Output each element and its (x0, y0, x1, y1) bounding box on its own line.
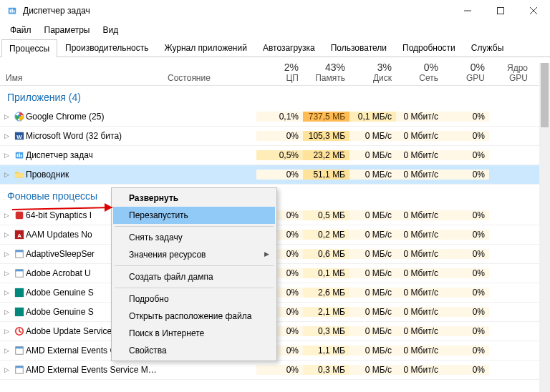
ctx-create-dump[interactable]: Создать файл дампа (113, 268, 275, 285)
expand-icon[interactable]: ▷ (0, 212, 13, 219)
ctx-resource-values[interactable]: Значения ресурсов▶ (113, 246, 275, 263)
network-cell: 0 Мбит/с (396, 131, 443, 141)
process-icon (13, 170, 26, 180)
expand-icon[interactable]: ▷ (0, 231, 13, 238)
process-row[interactable]: ▷ Диспетчер задач 0,5% 23,2 МБ 0 МБ/с 0 … (0, 146, 550, 165)
scroll-thumb[interactable] (541, 63, 549, 127)
ctx-restart[interactable]: Перезапустить (113, 207, 275, 224)
expand-icon[interactable]: ▷ (0, 366, 13, 373)
tab-strip: Процессы Производительность Журнал прило… (0, 39, 550, 57)
header-memory[interactable]: 43%Память (303, 59, 349, 85)
ctx-separator (115, 288, 274, 288)
header-gpu-engine[interactable]: Ядро GPU (489, 61, 532, 85)
memory-cell: 2,6 МБ (303, 288, 349, 298)
gpu-cell: 0% (443, 249, 489, 259)
svg-rect-2 (11, 9, 13, 12)
ctx-separator (115, 226, 274, 227)
tab-performance[interactable]: Производительность (57, 39, 156, 57)
svg-rect-28 (16, 347, 24, 349)
gpu-cell: 0% (443, 268, 489, 278)
ctx-end-task[interactable]: Снять задачу (113, 229, 275, 246)
process-icon: A (13, 230, 26, 240)
disk-cell: 0 МБ/с (349, 131, 396, 141)
vertical-scrollbar[interactable] (539, 63, 550, 392)
header-gpu[interactable]: 0%GPU (443, 59, 489, 85)
tab-services[interactable]: Службы (463, 39, 511, 57)
gpu-cell: 0% (443, 346, 489, 356)
network-cell: 0 Мбит/с (396, 230, 443, 240)
disk-cell: 0 МБ/с (349, 210, 396, 220)
header-network[interactable]: 0%Сеть (396, 59, 443, 85)
close-button[interactable] (517, 0, 550, 21)
cpu-cell: 0% (256, 365, 303, 375)
expand-icon[interactable]: ▷ (0, 270, 13, 277)
disk-cell: 0 МБ/с (349, 365, 396, 375)
process-row[interactable]: ▷ Google Chrome (25) 0,1% 737,5 МБ 0,1 М… (0, 107, 550, 127)
gpu-cell: 0% (443, 365, 489, 375)
ctx-properties[interactable]: Свойства (113, 342, 275, 359)
app-icon (6, 6, 19, 16)
tab-startup[interactable]: Автозагрузка (255, 39, 323, 57)
process-icon (13, 326, 26, 336)
menu-options[interactable]: Параметры (39, 23, 96, 37)
menu-view[interactable]: Вид (97, 23, 124, 37)
tab-users[interactable]: Пользователи (323, 39, 395, 57)
expand-icon[interactable]: ▷ (0, 132, 13, 139)
svg-rect-17 (16, 212, 24, 220)
disk-cell: 0 МБ/с (349, 268, 396, 278)
disk-cell: 0 МБ/с (349, 346, 396, 356)
expand-icon[interactable]: ▷ (0, 171, 13, 178)
ctx-details[interactable]: Подробно (113, 290, 275, 308)
tab-processes[interactable]: Процессы (1, 39, 57, 57)
gpu-cell: 0% (443, 112, 489, 122)
minimize-button[interactable] (451, 0, 484, 21)
expand-icon[interactable]: ▷ (0, 308, 13, 315)
process-row[interactable]: ▷ AMD External Events Service Mo… 0% 0,3… (0, 361, 550, 380)
expand-icon[interactable]: ▷ (0, 347, 13, 354)
cpu-cell: 0% (256, 131, 303, 141)
memory-cell: 0,3 МБ (303, 365, 349, 375)
expand-icon[interactable]: ▷ (0, 250, 13, 258)
title-bar: Диспетчер задач (0, 0, 550, 21)
disk-cell: 0 МБ/с (349, 326, 396, 336)
process-icon (13, 268, 26, 278)
network-cell: 0 Мбит/с (396, 288, 443, 298)
ctx-expand[interactable]: Развернуть (113, 190, 275, 207)
expand-icon[interactable]: ▷ (0, 289, 13, 296)
header-state[interactable]: Состояние (163, 71, 256, 85)
expand-icon[interactable]: ▷ (0, 328, 13, 335)
menu-file[interactable]: Файл (4, 23, 37, 37)
process-row[interactable]: ▷ Проводник 0% 51,1 МБ 0 МБ/с 0 Мбит/с 0… (0, 165, 550, 185)
network-cell: 0 Мбит/с (396, 170, 443, 180)
svg-rect-24 (15, 288, 24, 297)
process-icon: W (13, 131, 26, 141)
svg-rect-25 (15, 308, 24, 316)
process-name: Диспетчер задач (26, 150, 163, 160)
disk-cell: 0 МБ/с (349, 150, 396, 160)
header-disk[interactable]: 3%Диск (349, 59, 396, 85)
header-cpu[interactable]: 2%ЦП (256, 59, 303, 85)
expand-icon[interactable]: ▷ (0, 152, 13, 159)
svg-rect-21 (16, 250, 24, 253)
memory-cell: 737,5 МБ (303, 112, 349, 122)
ctx-open-location[interactable]: Открыть расположение файла (113, 308, 275, 325)
process-icon (13, 210, 26, 220)
maximize-button[interactable] (484, 0, 517, 21)
process-icon (13, 112, 26, 122)
ctx-separator (115, 265, 274, 266)
memory-cell: 0,5 МБ (303, 210, 349, 220)
chevron-right-icon: ▶ (264, 250, 269, 258)
ctx-search-online[interactable]: Поиск в Интернете (113, 325, 275, 342)
svg-rect-13 (17, 154, 19, 157)
svg-rect-23 (16, 270, 24, 272)
memory-cell: 1,1 МБ (303, 346, 349, 356)
column-headers: Имя Состояние 2%ЦП 43%Память 3%Диск 0%Се… (0, 57, 550, 86)
tab-app-history[interactable]: Журнал приложений (157, 39, 255, 57)
svg-rect-15 (21, 155, 22, 157)
memory-cell: 2,1 МБ (303, 307, 349, 317)
expand-icon[interactable]: ▷ (0, 113, 13, 120)
tab-details[interactable]: Подробности (395, 39, 463, 57)
header-name[interactable]: Имя (0, 71, 163, 85)
process-row[interactable]: ▷ W Microsoft Word (32 бита) 0% 105,3 МБ… (0, 127, 550, 146)
network-cell: 0 Мбит/с (396, 210, 443, 220)
